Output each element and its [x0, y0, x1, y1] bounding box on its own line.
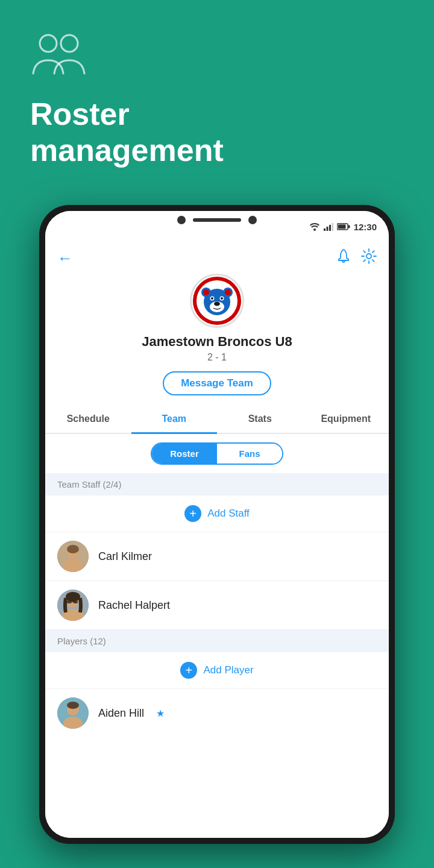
svg-rect-5	[329, 225, 331, 231]
signal-icon	[324, 222, 333, 231]
rachel-name: Rachel Halpert	[98, 599, 170, 612]
add-staff-row[interactable]: + Add Staff	[45, 495, 389, 532]
svg-point-10	[366, 254, 371, 259]
phone-screen: 12:30 ←	[45, 211, 389, 838]
add-staff-icon: +	[184, 505, 201, 522]
carl-avatar	[57, 541, 89, 572]
fans-toggle-btn[interactable]: Fans	[217, 444, 282, 464]
status-bar: 12:30	[45, 211, 389, 242]
team-record: 2 - 1	[207, 352, 227, 363]
svg-rect-8	[348, 225, 350, 228]
svg-point-2	[313, 228, 316, 231]
aiden-avatar	[57, 697, 89, 729]
team-name: Jamestown Broncos U8	[142, 334, 292, 350]
toggle-container: Roster Fans	[45, 434, 389, 473]
camera-right	[248, 216, 257, 224]
add-staff-label: Add Staff	[207, 508, 250, 520]
add-player-row[interactable]: + Add Player	[45, 652, 389, 689]
staff-section-header: Team Staff (2/4)	[45, 473, 389, 495]
camera-left	[177, 216, 186, 224]
staff-member-rachel[interactable]: Rachel Halpert	[45, 581, 389, 630]
roster-toggle-btn[interactable]: Roster	[152, 444, 217, 464]
phone-frame: 12:30 ←	[39, 205, 395, 844]
player-star-icon: ★	[156, 708, 165, 719]
svg-point-16	[203, 289, 209, 295]
aiden-name: Aiden Hill	[98, 707, 144, 720]
svg-point-38	[67, 702, 79, 709]
tab-team[interactable]: Team	[131, 405, 218, 433]
tab-schedule[interactable]: Schedule	[45, 405, 131, 433]
svg-point-1	[61, 35, 78, 52]
team-logo	[190, 274, 244, 328]
tabs-bar: Schedule Team Stats Equipment	[45, 405, 389, 434]
top-nav: ←	[45, 242, 389, 274]
message-team-button[interactable]: Message Team	[163, 371, 271, 395]
svg-point-22	[211, 297, 213, 300]
wifi-icon	[309, 222, 320, 231]
battery-icon	[337, 223, 350, 230]
staff-member-carl[interactable]: Carl Kilmer	[45, 532, 389, 581]
svg-rect-6	[332, 223, 333, 231]
svg-point-17	[225, 289, 231, 295]
add-player-icon: +	[180, 662, 197, 679]
svg-point-23	[221, 297, 223, 300]
hero-title: Roster management	[30, 96, 224, 169]
settings-icon[interactable]	[361, 248, 377, 268]
camera-area	[177, 216, 257, 224]
app-content: ←	[45, 242, 389, 838]
tab-stats[interactable]: Stats	[217, 405, 303, 433]
roster-fans-toggle: Roster Fans	[151, 442, 283, 465]
speaker	[193, 218, 241, 222]
svg-point-27	[67, 545, 79, 553]
team-header: Jamestown Broncos U8 2 - 1 Message Team	[45, 274, 389, 405]
aiden-avatar-circle	[57, 697, 89, 729]
nav-icons	[336, 248, 377, 268]
players-section-header: Players (12)	[45, 630, 389, 652]
svg-rect-4	[326, 227, 328, 231]
status-bar-right: 12:30	[309, 222, 377, 232]
svg-rect-9	[338, 225, 345, 229]
back-button[interactable]: ←	[57, 249, 73, 268]
hero-roster-icon	[30, 30, 90, 81]
carl-avatar-circle	[57, 541, 89, 572]
rachel-avatar-circle	[57, 590, 89, 621]
svg-point-34	[66, 592, 80, 602]
svg-point-19	[214, 302, 220, 306]
rachel-avatar	[57, 590, 89, 621]
player-aiden-row[interactable]: Aiden Hill ★	[45, 689, 389, 737]
bell-icon[interactable]	[336, 248, 351, 268]
svg-point-0	[40, 35, 57, 52]
tab-equipment[interactable]: Equipment	[303, 405, 389, 433]
svg-rect-3	[324, 228, 326, 231]
carl-name: Carl Kilmer	[98, 550, 152, 563]
add-player-label: Add Player	[203, 664, 253, 676]
